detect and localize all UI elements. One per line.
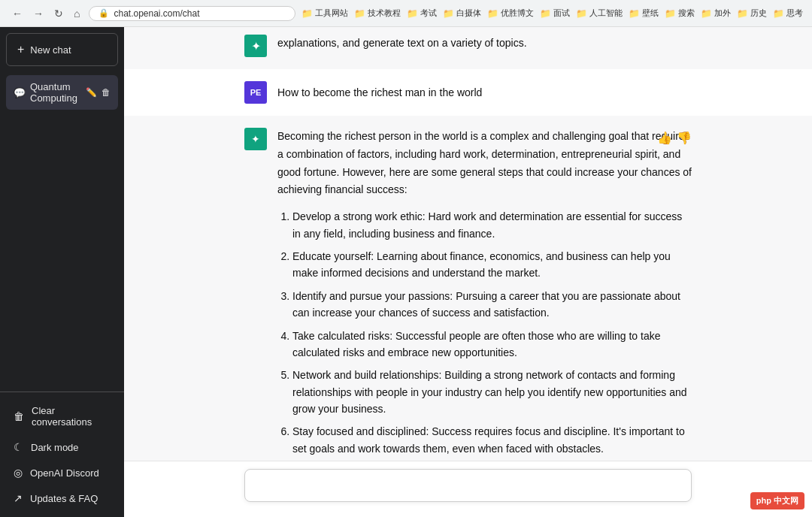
- assistant-avatar-top: ✦: [244, 35, 267, 57]
- plus-icon: +: [17, 43, 24, 56]
- bookmark-extra[interactable]: 📁加外: [701, 8, 731, 19]
- chat-item-left: 💬 Quantum Computing: [14, 81, 86, 104]
- list-item: Network and build relationships: Buildin…: [292, 367, 692, 417]
- home-button[interactable]: ⌂: [71, 6, 83, 21]
- bookmark-history[interactable]: 📁历史: [737, 8, 767, 19]
- url-text: chat.openai.com/chat: [114, 8, 199, 19]
- sidebar-bottom: 🗑 Clear conversations ☾ Dark mode ◎ Open…: [0, 392, 124, 517]
- assistant-intro: Becoming the richest person in the world…: [277, 128, 692, 199]
- sidebar-item-updates[interactable]: ↗ Updates & FAQ: [6, 485, 118, 511]
- list-item: Develop a strong work ethic: Hard work a…: [292, 208, 692, 242]
- clear-conversations-label: Clear conversations: [32, 405, 111, 428]
- bookmarks-bar: 📁工具网站 📁技术教程 📁考试 📁白摄体 📁优胜博文 📁面试 📁人工智能 📁壁纸…: [301, 8, 803, 19]
- chat-input[interactable]: [244, 469, 692, 502]
- chat-area: ✦ explanations, and generate text on a v…: [124, 27, 812, 461]
- bookmark-exam[interactable]: 📁考试: [407, 8, 437, 19]
- updates-label: Updates & FAQ: [30, 493, 98, 504]
- user-message-text: How to become the richest man in the wor…: [277, 81, 482, 101]
- bookmark-toolsite[interactable]: 📁工具网站: [301, 8, 348, 19]
- list-item: Educate yourself: Learning about finance…: [292, 248, 692, 282]
- browser-controls: ← → ↻ ⌂: [9, 6, 83, 21]
- list-item: Take calculated risks: Successful people…: [292, 328, 692, 361]
- list-item: Identify and pursue your passions: Pursu…: [292, 288, 692, 322]
- assistant-steps-list: Develop a strong work ethic: Hard work a…: [277, 208, 692, 461]
- bookmark-article[interactable]: 📁优胜博文: [487, 8, 534, 19]
- main-content: ✦ explanations, and generate text on a v…: [124, 27, 812, 517]
- moon-icon: ☾: [14, 441, 23, 453]
- bookmark-tutorial[interactable]: 📁技术教程: [354, 8, 401, 19]
- sidebar-item-darkmode[interactable]: ☾ Dark mode: [6, 434, 118, 460]
- bookmark-interview[interactable]: 📁面试: [540, 8, 570, 19]
- discord-icon: ◎: [14, 467, 23, 479]
- user-message: PE How to become the richest man in the …: [124, 69, 812, 116]
- bookmark-wallpaper[interactable]: 📁壁纸: [629, 8, 659, 19]
- delete-chat-button[interactable]: 🗑: [102, 87, 111, 98]
- new-chat-label: New chat: [30, 44, 71, 56]
- browser-bar: ← → ↻ ⌂ 🔒 chat.openai.com/chat 📁工具网站 📁技术…: [0, 0, 812, 27]
- top-partial-text: explanations, and generate text on a var…: [277, 35, 692, 53]
- watermark: php 中文网: [750, 492, 804, 509]
- reload-button[interactable]: ↻: [51, 6, 66, 21]
- address-bar[interactable]: 🔒 chat.openai.com/chat: [89, 6, 295, 21]
- top-partial-message: ✦ explanations, and generate text on a v…: [124, 27, 812, 69]
- input-area: [124, 461, 812, 517]
- message-actions: 👍 👎: [657, 131, 692, 145]
- new-chat-button[interactable]: + New chat: [6, 33, 118, 66]
- chat-item-title: Quantum Computing: [30, 81, 86, 104]
- chat-item-quantum[interactable]: 💬 Quantum Computing ✏️ 🗑: [6, 75, 118, 110]
- sidebar-item-discord[interactable]: ◎ OpenAI Discord: [6, 460, 118, 485]
- back-button[interactable]: ←: [9, 6, 26, 21]
- chat-item-actions: ✏️ 🗑: [86, 87, 111, 98]
- user-avatar: PE: [244, 81, 267, 104]
- sidebar: + New chat 💬 Quantum Computing ✏️ 🗑 🗑 Cl…: [0, 27, 124, 517]
- thumbs-up-button[interactable]: 👍: [657, 131, 672, 145]
- bookmark-think[interactable]: 📁思考: [773, 8, 803, 19]
- assistant-message: ✦ Becoming the richest person in the wor…: [124, 116, 812, 461]
- app-container: + New chat 💬 Quantum Computing ✏️ 🗑 🗑 Cl…: [0, 27, 812, 517]
- list-item: Stay focused and disciplined: Success re…: [292, 423, 692, 457]
- bookmark-ai[interactable]: 📁人工智能: [576, 8, 623, 19]
- trash-icon: 🗑: [14, 410, 24, 422]
- sidebar-item-clear[interactable]: 🗑 Clear conversations: [6, 398, 118, 434]
- external-link-icon: ↗: [14, 492, 23, 504]
- thumbs-down-button[interactable]: 👎: [677, 131, 692, 145]
- bookmark-photo[interactable]: 📁白摄体: [443, 8, 481, 19]
- chat-history: 💬 Quantum Computing ✏️ 🗑: [0, 72, 124, 392]
- assistant-text: Becoming the richest person in the world…: [277, 128, 692, 461]
- discord-label: OpenAI Discord: [30, 467, 99, 479]
- dark-mode-label: Dark mode: [31, 442, 79, 453]
- forward-button[interactable]: →: [30, 6, 47, 21]
- assistant-avatar: ✦: [244, 128, 267, 150]
- chat-bubble-icon: 💬: [14, 87, 26, 98]
- bookmark-search[interactable]: 📁搜索: [665, 8, 695, 19]
- lock-icon: 🔒: [98, 8, 109, 18]
- edit-chat-button[interactable]: ✏️: [86, 87, 97, 98]
